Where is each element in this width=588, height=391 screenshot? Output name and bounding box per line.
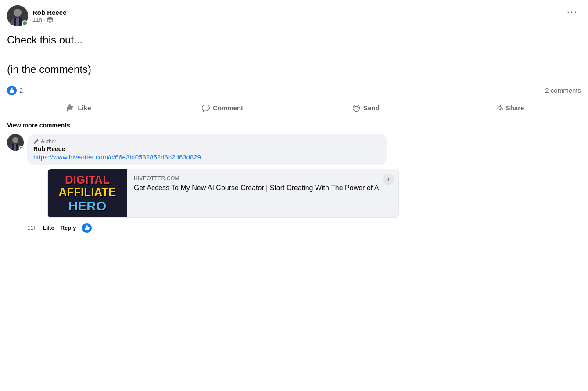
- post-time-row: 11h ·: [32, 16, 67, 23]
- svg-rect-4: [16, 18, 19, 26]
- share-button-icon: [495, 104, 503, 112]
- like-button-icon: [66, 104, 75, 112]
- reactions-bar: 2 2 comments: [7, 82, 581, 99]
- like-button[interactable]: Like: [7, 100, 151, 116]
- comment-button[interactable]: Comment: [151, 100, 294, 116]
- post-text: Check this out... (in the comments): [7, 33, 581, 77]
- dah-logo: DIGITAL AFFILIATE HERO: [59, 174, 116, 213]
- svg-point-1: [14, 9, 22, 17]
- author-badge: Author: [33, 138, 56, 145]
- svg-point-10: [353, 105, 360, 111]
- author-avatar-wrapper: [7, 5, 28, 26]
- author-badge-label: Author: [41, 138, 56, 145]
- comment-row: Author Rob Reece https://www.hiveotter.c…: [7, 134, 581, 218]
- link-preview-content: HIVEOTTER.COM Get Access To My New AI Co…: [127, 169, 398, 217]
- link-preview-image: DIGITAL AFFILIATE HERO: [48, 169, 127, 217]
- svg-rect-15: [14, 144, 16, 151]
- comment-label: Comment: [213, 104, 243, 112]
- post-meta: Rob Reece 11h ·: [32, 9, 67, 23]
- comment-link[interactable]: https://www.hiveotter.com/c/66e3bf053285…: [33, 153, 201, 161]
- comment-author-avatar: [7, 134, 24, 151]
- comments-section: Author Rob Reece https://www.hiveotter.c…: [7, 132, 581, 235]
- comment-like-reaction[interactable]: [82, 223, 92, 233]
- link-preview-card[interactable]: DIGITAL AFFILIATE HERO HIVEOTTER.COM Get…: [47, 169, 399, 218]
- comment-button-icon: [201, 104, 210, 112]
- post-line1: Check this out...: [7, 33, 581, 47]
- comments-count[interactable]: 2 comments: [545, 87, 581, 94]
- separator: ·: [44, 16, 46, 23]
- reactions-left[interactable]: 2: [7, 86, 23, 95]
- post-time: 11h: [32, 16, 42, 23]
- send-button[interactable]: Send: [294, 100, 437, 116]
- post-card: Rob Reece 11h · ··· Check this out...: [0, 0, 588, 235]
- logo-line3: HERO: [59, 199, 116, 213]
- logo-line1: DIGITAL: [59, 174, 116, 186]
- comment-like-button[interactable]: Like: [43, 224, 54, 231]
- comment-author-name: Rob Reece: [33, 145, 381, 152]
- pencil-icon: [33, 138, 39, 144]
- send-button-icon: [352, 104, 361, 112]
- more-options-button[interactable]: ···: [563, 5, 581, 18]
- action-buttons: Like Comment Send Share: [7, 99, 581, 117]
- globe-icon: [47, 17, 53, 23]
- link-preview-domain: HIVEOTTER.COM: [134, 175, 381, 181]
- like-label: Like: [78, 104, 91, 112]
- comment-time: 11h: [27, 224, 37, 231]
- post-line2: (in the comments): [7, 62, 581, 77]
- svg-point-12: [12, 137, 18, 143]
- like-reaction-badge: [7, 86, 17, 95]
- comment-reply-button[interactable]: Reply: [61, 224, 76, 231]
- post-author-name: Rob Reece: [32, 9, 67, 16]
- comment-online-indicator: [19, 146, 24, 151]
- post-header-left: Rob Reece 11h ·: [7, 5, 67, 26]
- comment-action-row: 11h Like Reply: [7, 221, 581, 235]
- comment-bubble: Author Rob Reece https://www.hiveotter.c…: [27, 134, 387, 165]
- post-content: Check this out... (in the comments): [7, 31, 581, 82]
- comment-thumbs-up-icon: [84, 225, 90, 231]
- share-label: Share: [506, 104, 524, 112]
- logo-line2: AFFILIATE: [59, 186, 116, 199]
- post-header: Rob Reece 11h · ···: [7, 5, 581, 26]
- send-label: Send: [363, 104, 380, 112]
- online-indicator: [22, 20, 28, 26]
- view-more-comments[interactable]: View more comments: [7, 117, 581, 132]
- comment-author-label: Author: [33, 138, 381, 145]
- thumbs-up-icon: [9, 87, 15, 93]
- link-preview-title: Get Access To My New AI Course Creator |…: [134, 183, 381, 193]
- info-button[interactable]: i: [383, 174, 394, 185]
- reaction-count: 2: [19, 87, 23, 94]
- share-button[interactable]: Share: [437, 100, 581, 116]
